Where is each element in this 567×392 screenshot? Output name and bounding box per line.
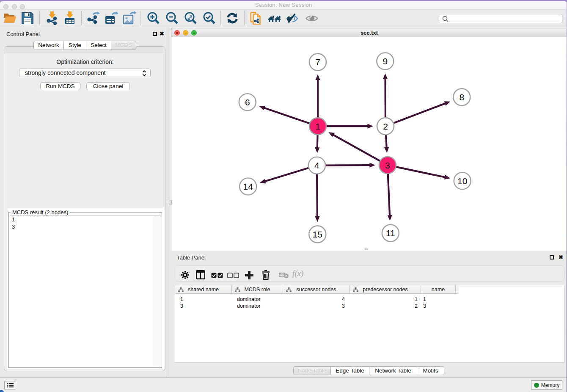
svg-text:2: 2 [383, 121, 388, 131]
svg-text:1: 1 [315, 121, 320, 131]
svg-text:11: 11 [386, 228, 395, 238]
svg-text:10: 10 [457, 176, 467, 186]
svg-text:4: 4 [314, 160, 319, 170]
svg-text:7: 7 [315, 57, 320, 67]
svg-text:15: 15 [313, 229, 322, 239]
svg-text:8: 8 [459, 92, 464, 102]
svg-text:3: 3 [385, 160, 390, 170]
svg-text:6: 6 [245, 97, 250, 107]
svg-text:14: 14 [243, 182, 253, 191]
svg-text:9: 9 [383, 56, 388, 66]
